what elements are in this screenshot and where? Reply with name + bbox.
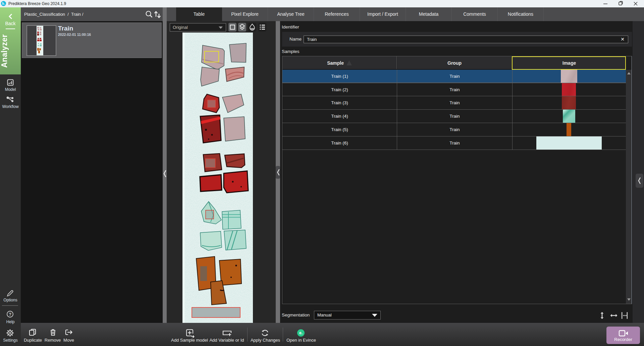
svg-text:?: ?: [9, 312, 11, 317]
